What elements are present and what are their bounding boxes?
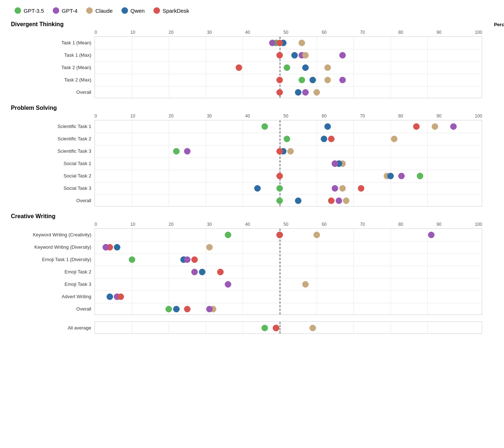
- legend-dot: [86, 7, 93, 14]
- x-tick: 60: [322, 113, 327, 119]
- chart-area: 0102030405060708090100Percentile RankTas…: [95, 30, 482, 98]
- x-tick: 30: [207, 30, 212, 35]
- data-dot: [302, 52, 309, 59]
- x-tick: 40: [245, 113, 250, 119]
- legend-dot: [15, 7, 21, 14]
- data-dot: [358, 185, 364, 192]
- row-label: Scientific Task 2: [11, 136, 91, 141]
- data-dot: [206, 244, 213, 251]
- data-dot: [391, 136, 397, 142]
- x-tick: 40: [245, 222, 250, 227]
- section-title: Divergent Thinking: [11, 21, 493, 28]
- data-dot: [269, 40, 276, 46]
- row-label: Advert Writing: [11, 294, 91, 299]
- x-tick: 50: [284, 113, 288, 119]
- data-dot: [324, 77, 331, 83]
- grid: Task 1 (Mean)Task 1 (Max)Task 2 (Mean)Ta…: [95, 36, 482, 98]
- row-label: Overall: [11, 89, 91, 95]
- row-label: Social Task 3: [11, 185, 91, 191]
- legend-dot: [153, 7, 160, 14]
- row-label: Scientific Task 3: [11, 148, 91, 154]
- data-dot: [191, 256, 198, 263]
- data-dot: [328, 197, 335, 204]
- row-label: Emoji Task 1 (Diversity): [11, 257, 91, 262]
- data-dot: [206, 306, 213, 312]
- data-dot: [336, 197, 342, 204]
- x-tick: 70: [360, 113, 365, 119]
- x-tick: 80: [398, 30, 403, 35]
- data-dot: [114, 244, 120, 251]
- data-dot: [276, 197, 283, 204]
- data-dot: [302, 89, 309, 96]
- x-tick: 100: [475, 113, 482, 119]
- x-tick: 90: [437, 222, 441, 227]
- all-average-label: All average: [11, 325, 91, 331]
- legend-dot: [121, 7, 128, 14]
- data-dot: [184, 306, 191, 312]
- row-label: Emoji Task 2: [11, 269, 91, 275]
- chart-section: Creative Writing0102030405060708090100Ke…: [11, 213, 493, 315]
- legend-item: GPT-3.5: [15, 7, 44, 14]
- x-tick: 50: [284, 30, 288, 35]
- grid: Scientific Task 1Scientific Task 2Scient…: [95, 120, 482, 207]
- data-dot: [339, 52, 346, 59]
- data-dot: [339, 185, 346, 192]
- data-dot: [432, 123, 438, 130]
- data-dot: [417, 173, 423, 179]
- row-label: Keyword Writing (Creativity): [11, 232, 91, 237]
- x-tick: 70: [360, 30, 365, 35]
- data-dot: [173, 306, 180, 312]
- data-dot: [413, 123, 420, 130]
- x-tick: 0: [95, 113, 97, 119]
- data-dot: [225, 281, 231, 288]
- data-dot: [339, 77, 346, 83]
- data-dot: [225, 232, 231, 238]
- x-tick: 40: [245, 30, 250, 35]
- data-dot: [299, 77, 305, 83]
- legend-label: Claude: [95, 8, 113, 14]
- data-dot: [173, 148, 180, 155]
- data-dot: [273, 325, 279, 331]
- data-dot: [276, 173, 283, 179]
- data-dot: [302, 64, 309, 71]
- row-label: Keyword Writing (Diversity): [11, 244, 91, 250]
- data-dot: [343, 197, 349, 204]
- data-dot: [184, 148, 191, 155]
- legend: GPT-3.5GPT-4ClaudeQwenSparkDesk: [11, 7, 493, 14]
- data-dot: [328, 136, 335, 142]
- row-label: Scientific Task 1: [11, 124, 91, 129]
- data-dot: [184, 256, 191, 263]
- data-dot: [276, 77, 283, 83]
- dashed-line: [280, 229, 280, 315]
- data-dot: [236, 64, 242, 71]
- legend-label: Qwen: [131, 8, 145, 14]
- data-dot: [276, 185, 283, 192]
- row-label: Task 2 (Mean): [11, 65, 91, 70]
- data-dot: [129, 256, 135, 263]
- x-axis: 0102030405060708090100: [95, 30, 482, 36]
- legend-label: SparkDesk: [163, 8, 189, 14]
- x-tick: 80: [398, 222, 403, 227]
- data-dot: [276, 52, 283, 59]
- row-label: Overall: [11, 306, 91, 312]
- page-container: GPT-3.5GPT-4ClaudeQwenSparkDeskDivergent…: [11, 7, 493, 334]
- row-label: Task 1 (Mean): [11, 40, 91, 45]
- data-dot: [309, 325, 316, 331]
- x-tick: 100: [475, 30, 482, 35]
- data-dot: [276, 232, 283, 238]
- x-axis: 0102030405060708090100: [95, 113, 482, 119]
- x-tick: 90: [437, 30, 441, 35]
- data-dot: [165, 306, 172, 312]
- data-dot: [217, 269, 224, 275]
- data-dot: [309, 77, 316, 83]
- data-dot: [324, 123, 331, 130]
- legend-item: GPT-4: [53, 7, 77, 14]
- row-label: Overall: [11, 198, 91, 203]
- data-dot: [276, 148, 283, 155]
- x-tick: 50: [284, 222, 288, 227]
- data-dot: [450, 123, 457, 130]
- chart-area: 0102030405060708090100Keyword Writing (C…: [95, 222, 482, 315]
- x-tick: 20: [169, 30, 173, 35]
- x-tick: 10: [131, 30, 135, 35]
- x-tick: 80: [398, 113, 403, 119]
